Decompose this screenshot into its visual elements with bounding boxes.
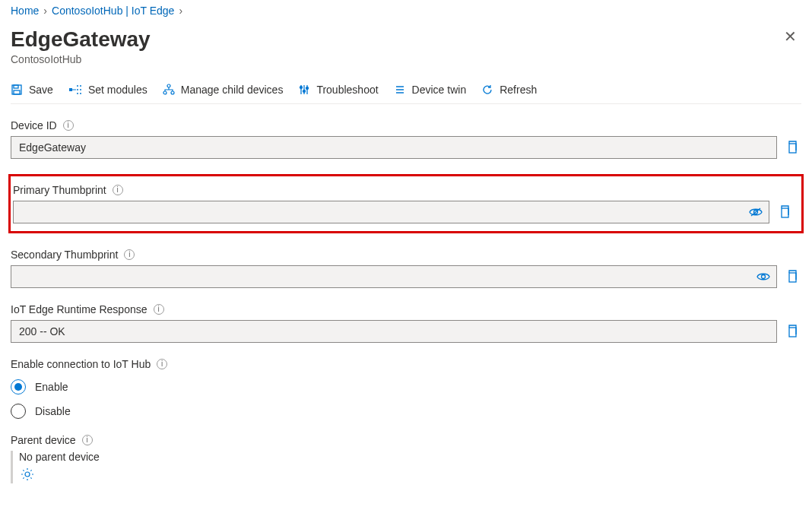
- svg-rect-1: [14, 85, 18, 88]
- parent-device-label: Parent device: [11, 434, 76, 446]
- toolbar: Save Set modules Manage child devices Tr…: [11, 76, 801, 104]
- device-twin-button[interactable]: Device twin: [394, 84, 467, 96]
- svg-rect-2: [14, 90, 20, 94]
- svg-rect-22: [789, 328, 796, 337]
- save-label: Save: [29, 84, 53, 96]
- svg-point-6: [77, 89, 78, 90]
- secondary-thumbprint-field[interactable]: [11, 265, 777, 288]
- svg-point-10: [167, 84, 170, 87]
- svg-point-7: [80, 89, 81, 90]
- refresh-icon: [481, 84, 493, 96]
- radio-circle-icon: [11, 404, 26, 419]
- radio-disable-label: Disable: [35, 405, 71, 417]
- troubleshoot-button[interactable]: Troubleshoot: [298, 84, 378, 96]
- svg-point-20: [762, 275, 766, 279]
- svg-point-8: [77, 93, 78, 94]
- info-icon[interactable]: i: [157, 359, 167, 369]
- manage-child-button[interactable]: Manage child devices: [163, 84, 284, 96]
- page-title: EdgeGateway: [11, 27, 151, 52]
- info-icon[interactable]: i: [113, 185, 123, 195]
- radio-enable[interactable]: Enable: [11, 379, 801, 394]
- parent-device-block: No parent device: [11, 451, 801, 483]
- breadcrumb: Home › ContosoIotHub | IoT Edge ›: [11, 5, 801, 17]
- svg-rect-19: [782, 208, 788, 217]
- list-icon: [394, 84, 406, 96]
- refresh-label: Refresh: [500, 84, 537, 96]
- hierarchy-icon: [163, 84, 175, 96]
- svg-point-23: [25, 472, 30, 477]
- copy-icon[interactable]: [786, 141, 801, 154]
- manage-child-label: Manage child devices: [181, 84, 284, 96]
- runtime-response-field[interactable]: 200 -- OK: [11, 320, 777, 343]
- runtime-response-value: 200 -- OK: [19, 325, 65, 337]
- close-icon[interactable]: ✕: [779, 24, 801, 49]
- eye-icon[interactable]: [756, 271, 770, 282]
- svg-point-5: [80, 85, 81, 87]
- device-id-field[interactable]: EdgeGateway: [11, 136, 777, 159]
- sliders-icon: [298, 84, 310, 96]
- svg-rect-16: [789, 144, 796, 153]
- info-icon[interactable]: i: [154, 304, 164, 315]
- svg-point-11: [163, 91, 167, 94]
- set-modules-label: Set modules: [88, 84, 147, 96]
- device-id-label: Device ID: [11, 119, 57, 132]
- svg-point-14: [303, 90, 306, 93]
- svg-point-9: [80, 93, 81, 94]
- primary-thumbprint-field[interactable]: [13, 201, 769, 223]
- enable-connection-label: Enable connection to IoT Hub: [11, 358, 151, 370]
- breadcrumb-hub[interactable]: ContosoIotHub | IoT Edge: [52, 5, 174, 17]
- svg-point-15: [306, 87, 309, 90]
- parent-device-value: No parent device: [19, 451, 801, 463]
- copy-icon[interactable]: [779, 205, 794, 219]
- info-icon[interactable]: i: [82, 435, 93, 445]
- radio-enable-label: Enable: [35, 381, 68, 393]
- primary-thumbprint-label: Primary Thumbprint: [13, 184, 106, 196]
- modules-icon: [68, 84, 82, 96]
- runtime-response-label: IoT Edge Runtime Response: [11, 303, 147, 315]
- chevron-right-icon: ›: [43, 5, 47, 17]
- svg-point-12: [171, 91, 174, 94]
- radio-circle-icon: [11, 379, 26, 394]
- save-icon: [11, 84, 23, 96]
- secondary-thumbprint-label: Secondary Thumbprint: [11, 249, 118, 261]
- primary-thumbprint-highlight: Primary Thumbprint i: [8, 174, 804, 233]
- copy-icon[interactable]: [786, 325, 801, 338]
- device-twin-label: Device twin: [412, 84, 467, 96]
- gear-icon[interactable]: [21, 467, 34, 481]
- svg-rect-21: [789, 273, 796, 282]
- chevron-right-icon: ›: [179, 5, 182, 17]
- troubleshoot-label: Troubleshoot: [316, 84, 378, 96]
- page-subtitle: ContosoIotHub: [11, 53, 151, 65]
- save-button[interactable]: Save: [11, 84, 53, 96]
- set-modules-button[interactable]: Set modules: [68, 84, 147, 96]
- device-id-value: EdgeGateway: [19, 141, 86, 154]
- refresh-button[interactable]: Refresh: [481, 84, 537, 96]
- eye-hidden-icon[interactable]: [749, 207, 763, 217]
- radio-disable[interactable]: Disable: [11, 404, 801, 419]
- svg-rect-3: [69, 88, 72, 91]
- copy-icon[interactable]: [786, 270, 801, 284]
- info-icon[interactable]: i: [63, 120, 74, 131]
- svg-point-4: [77, 85, 78, 87]
- info-icon[interactable]: i: [124, 249, 135, 260]
- svg-point-13: [300, 87, 303, 89]
- breadcrumb-home[interactable]: Home: [11, 5, 39, 17]
